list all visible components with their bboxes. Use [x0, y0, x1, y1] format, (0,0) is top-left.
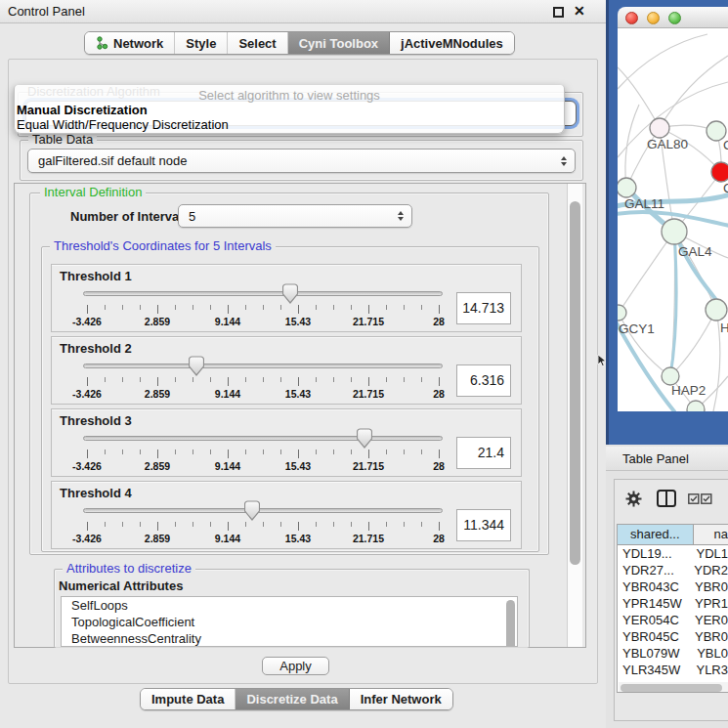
tick-label: -3.426: [72, 460, 102, 472]
list-item[interactable]: TopologicalCoefficient: [62, 614, 517, 630]
table-row[interactable]: YLR345WYLR3: [618, 662, 728, 678]
tick-label: 15.43: [285, 388, 311, 400]
slider-major-ticks: [87, 522, 440, 531]
node-label-clipped-h: H: [720, 321, 728, 335]
split-columns-icon[interactable]: [657, 490, 676, 507]
tick-label: 15.43: [285, 533, 311, 544]
tick-label: -3.426: [72, 533, 102, 544]
close-icon[interactable]: ✕: [574, 3, 585, 19]
threshold-1-value-field[interactable]: 14.713: [456, 292, 511, 324]
gear-icon[interactable]: [625, 491, 642, 507]
bottom-tabbar: Impute Data Discretize Data Infer Networ…: [140, 688, 453, 710]
tab-jactivemnodules[interactable]: jActiveMNodules: [390, 32, 514, 54]
float-panel-icon[interactable]: [553, 7, 564, 18]
table-row[interactable]: YDL19...YDL1: [618, 545, 728, 562]
node-label-gal80: GAL80: [647, 137, 688, 151]
list-scrollbar-thumb[interactable]: [506, 600, 515, 647]
combobox-stepper-icon: [398, 211, 404, 221]
table-data-title: Table Data: [28, 132, 97, 147]
slider-major-ticks: [87, 450, 440, 458]
table-row[interactable]: YDR27...YDR2: [618, 562, 728, 578]
algorithm-hint-option[interactable]: Select algorithm to view settings: [15, 88, 564, 103]
close-traffic-icon[interactable]: [625, 12, 638, 24]
slider-track[interactable]: [83, 291, 443, 296]
tick-label: -3.426: [72, 388, 102, 400]
tick-label: 9.144: [215, 388, 240, 400]
node-attribute-table[interactable]: shared... na YDL19...YDL1 YDR27...YDR2 Y…: [617, 524, 728, 693]
node-h[interactable]: [706, 299, 727, 321]
tab-network[interactable]: Network: [85, 32, 175, 54]
zoom-traffic-icon[interactable]: [668, 12, 681, 24]
attributes-group-title: Attributes to discretize: [63, 561, 195, 576]
node-gal80[interactable]: [650, 118, 669, 138]
table-row[interactable]: YER054CYER0: [618, 612, 728, 628]
tick-label: 28: [433, 388, 445, 400]
slider-thumb[interactable]: [282, 283, 298, 305]
node-label-gcy1: GCY1: [619, 321, 655, 336]
app-window: Control Panel ✕ Network Style Select Cyn…: [0, 0, 728, 728]
horizontal-scrollbar[interactable]: [619, 682, 728, 693]
combobox-stepper-icon: [561, 156, 567, 166]
list-item[interactable]: BetweennessCentrality: [62, 630, 517, 647]
table-panel-titlebar: Table Panel: [606, 447, 728, 471]
number-of-intervals-label: Number of Intervals: [70, 209, 190, 224]
tab-select[interactable]: Select: [228, 32, 287, 54]
slider-thumb[interactable]: [357, 428, 372, 450]
slider-thumb[interactable]: [244, 500, 260, 522]
table-row[interactable]: YBR045CYBR0: [618, 628, 728, 645]
tick-label: 21.715: [353, 316, 384, 327]
node-gcy1[interactable]: [618, 305, 626, 321]
tick-label: 2.859: [145, 316, 170, 327]
tick-label: 9.144: [215, 316, 240, 327]
threshold-4-panel: Threshold 4 -3.426 2.859 9.144 15.43 21.…: [51, 481, 522, 549]
table-panel-title: Table Panel: [622, 451, 689, 466]
node-gal11[interactable]: [618, 178, 636, 197]
table-row[interactable]: YPR145WYPR1: [618, 595, 728, 612]
slider-track[interactable]: [83, 436, 443, 441]
network-canvas[interactable]: GAL80 GAL11 GAL4 GCY1 HAP2 G C H: [618, 28, 728, 411]
checkbox-column-icon[interactable]: [701, 493, 712, 504]
list-item[interactable]: SelfLoops: [62, 597, 517, 614]
slider-track[interactable]: [83, 508, 443, 513]
column-header-shared-name[interactable]: shared...: [618, 525, 694, 544]
option-manual-discretization[interactable]: Manual Discretization: [17, 103, 148, 117]
tab-infer-network[interactable]: Infer Network: [350, 689, 452, 709]
apply-button[interactable]: Apply: [262, 657, 329, 675]
number-of-intervals-combobox[interactable]: 5: [178, 204, 412, 228]
table-row[interactable]: YBR043CYBR0: [618, 578, 728, 595]
slider-thumb[interactable]: [189, 356, 204, 377]
table-row[interactable]: YBL079WYBL0: [618, 645, 728, 662]
tab-impute-data[interactable]: Impute Data: [141, 689, 236, 709]
threshold-1-panel: Threshold 1 -3.426 2.859 9.144 15.43 21.…: [51, 264, 522, 332]
tick-label: 28: [433, 533, 445, 544]
threshold-3-slider[interactable]: -3.426 2.859 9.144 15.43 21.715 28: [87, 409, 439, 478]
node-gal4[interactable]: [662, 219, 687, 244]
option-equal-width-frequency[interactable]: Equal Width/Frequency Discretization: [17, 117, 229, 132]
minimize-traffic-icon[interactable]: [647, 12, 660, 24]
column-header-name[interactable]: na: [694, 525, 728, 544]
tab-discretize-data[interactable]: Discretize Data: [236, 689, 349, 709]
threshold-2-slider[interactable]: -3.426 2.859 9.144 15.43 21.715 28: [87, 337, 439, 406]
tab-style[interactable]: Style: [175, 32, 228, 54]
node-selected-red[interactable]: [711, 162, 728, 182]
tick-label: 21.715: [353, 388, 384, 400]
numerical-attributes-list[interactable]: SelfLoops TopologicalCoefficient Between…: [61, 596, 518, 647]
vertical-scrollbar[interactable]: [567, 184, 582, 647]
top-tabbar: Network Style Select Cyni Toolbox jActiv…: [84, 31, 515, 55]
threshold-3-panel: Threshold 3 -3.426 2.859 9.144 15.43 21.…: [51, 408, 522, 477]
table-data-combobox[interactable]: galFiltered.sif default node: [27, 149, 576, 173]
vertical-scrollbar-thumb[interactable]: [570, 201, 580, 565]
threshold-3-value-field[interactable]: 21.4: [456, 437, 511, 469]
tab-cyni-toolbox[interactable]: Cyni Toolbox: [288, 32, 390, 54]
threshold-4-slider[interactable]: -3.426 2.859 9.144 15.43 21.715 28: [87, 482, 439, 550]
horizontal-scrollbar-thumb[interactable]: [621, 684, 722, 692]
threshold-2-value-field[interactable]: 6.316: [456, 364, 511, 397]
node-label-gal11: GAL11: [624, 196, 664, 211]
slider-track[interactable]: [83, 364, 443, 368]
checkbox-column-icon[interactable]: [688, 493, 700, 504]
network-icon: [96, 36, 108, 50]
node-label-clipped-g: G: [723, 138, 728, 152]
tick-label: 2.859: [145, 533, 170, 544]
threshold-4-value-field[interactable]: 11.344: [456, 509, 511, 541]
threshold-1-slider[interactable]: -3.426 2.859 9.144 15.43 21.715 28: [87, 265, 439, 333]
